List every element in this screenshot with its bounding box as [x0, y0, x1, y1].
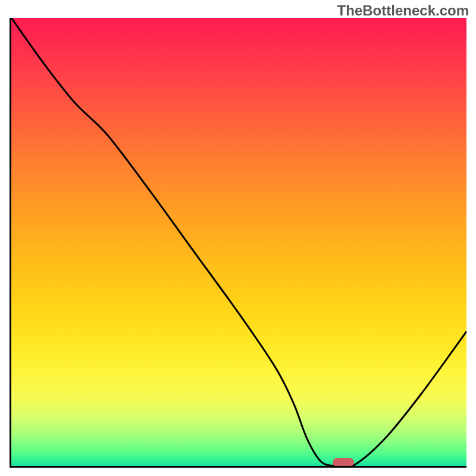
plot-area: [11, 18, 466, 466]
bottleneck-chart: TheBottleneck.com: [0, 0, 476, 476]
credit-text: TheBottleneck.com: [337, 2, 469, 19]
optimal-marker: [333, 458, 354, 466]
bottleneck-curve: [11, 18, 466, 466]
curve-svg: [11, 18, 466, 466]
